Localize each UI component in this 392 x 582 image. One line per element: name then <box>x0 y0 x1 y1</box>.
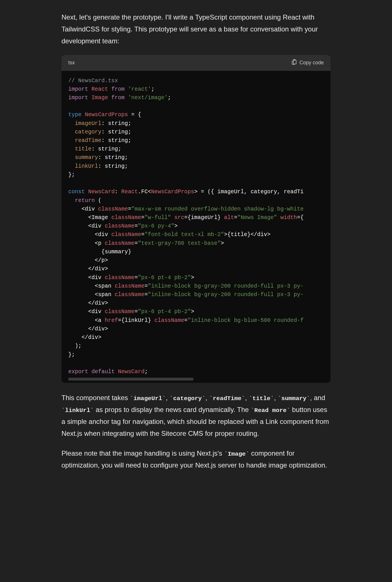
inline-code: imageUrl <box>130 395 166 402</box>
inline-code: summary <box>278 395 310 402</box>
code-block: tsx Copy code // NewsCard.tsx import Rea… <box>61 55 331 383</box>
inline-code: readTime <box>209 395 245 402</box>
explain-paragraph-1: This component takes imageUrl, category,… <box>61 392 331 439</box>
inline-code: Image <box>224 451 249 457</box>
intro-paragraph: Next, let's generate the prototype. I'll… <box>61 11 331 47</box>
inline-code: Read more <box>251 407 290 414</box>
code-language-label: tsx <box>68 58 75 67</box>
explain-paragraph-2: Please note that the image handling is u… <box>61 447 331 471</box>
scrollbar-thumb[interactable] <box>68 378 193 381</box>
copy-code-button[interactable]: Copy code <box>291 59 324 66</box>
horizontal-scrollbar[interactable] <box>68 378 324 381</box>
svg-rect-0 <box>293 60 296 64</box>
inline-code: linkUrl <box>61 407 94 414</box>
inline-code: category <box>169 395 205 402</box>
code-header: tsx Copy code <box>61 55 331 71</box>
clipboard-icon <box>291 59 297 66</box>
copy-code-label: Copy code <box>299 60 324 66</box>
code-content: // NewsCard.tsx import React from 'react… <box>68 77 324 376</box>
inline-code: title <box>249 395 274 402</box>
code-body: // NewsCard.tsx import React from 'react… <box>61 71 331 383</box>
content-container: Next, let's generate the prototype. I'll… <box>56 11 336 471</box>
